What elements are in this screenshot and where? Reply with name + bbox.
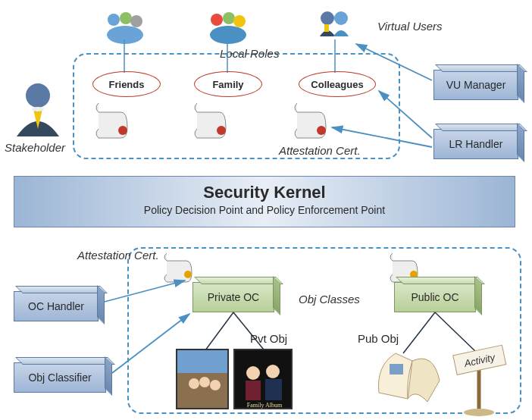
svg-rect-36 [265, 379, 282, 400]
svg-point-34 [266, 365, 280, 378]
oc-handler-box: OC Handler [14, 291, 99, 321]
attestation-label-lower: Attestation Cert. [77, 249, 159, 262]
kernel-subtitle: Policy Decision Point and Policy Enforce… [14, 204, 515, 216]
virtual-users-label: Virtual Users [377, 20, 443, 33]
svg-rect-10 [324, 24, 329, 32]
svg-point-6 [233, 15, 246, 27]
pvt-obj-label: Pvt Obj [250, 332, 287, 345]
svg-point-2 [130, 15, 142, 27]
family-album-caption: Family Album [247, 402, 283, 409]
box-label: Public OC [395, 291, 475, 303]
lr-handler-box: LR Handler [433, 129, 518, 159]
role-label: Family [212, 79, 243, 90]
svg-point-9 [334, 11, 348, 25]
svg-rect-35 [246, 381, 261, 400]
pub-obj-label: Pub Obj [358, 332, 399, 345]
box-label: Obj Classifier [14, 371, 105, 384]
box-label: OC Handler [14, 300, 98, 312]
stakeholder-icon [6, 79, 82, 170]
role-label: Friends [109, 79, 145, 90]
role-colleagues: Colleagues [299, 71, 376, 97]
local-roles-label: Local Roles [220, 47, 279, 60]
svg-point-17 [26, 83, 50, 108]
svg-point-8 [321, 11, 334, 25]
svg-point-1 [120, 12, 132, 24]
svg-point-7 [210, 26, 246, 44]
local-roles-boundary [73, 53, 400, 159]
vu-manager-box: VU Manager [433, 70, 518, 100]
svg-point-32 [210, 380, 221, 390]
svg-point-33 [246, 366, 260, 380]
private-oc-box: Private OC [192, 282, 274, 312]
public-oc-box: Public OC [394, 282, 476, 312]
svg-point-3 [107, 26, 143, 44]
kernel-title: Security Kernel [14, 183, 515, 202]
box-label: VU Manager [434, 79, 518, 91]
attestation-label-upper: Attestation Cert. [279, 144, 361, 157]
pvt-photo-1 [176, 349, 229, 409]
role-label: Colleagues [311, 79, 363, 90]
obj-classes-label: Obj Classes [299, 293, 360, 306]
svg-point-18 [32, 107, 44, 111]
svg-point-0 [108, 14, 120, 26]
svg-point-4 [211, 14, 223, 26]
stakeholder-label: Stakeholder [5, 141, 65, 154]
box-label: Private OC [193, 291, 274, 303]
svg-point-5 [223, 12, 235, 24]
obj-classifier-box: Obj Classifier [14, 362, 106, 393]
svg-point-30 [189, 378, 199, 389]
pvt-photo-2: Family Album [233, 349, 293, 409]
role-family: Family [194, 71, 262, 97]
role-friends: Friends [92, 71, 161, 97]
security-kernel: Security Kernel Policy Decision Point an… [14, 176, 515, 227]
svg-point-31 [199, 377, 210, 387]
box-label: LR Handler [434, 138, 518, 150]
